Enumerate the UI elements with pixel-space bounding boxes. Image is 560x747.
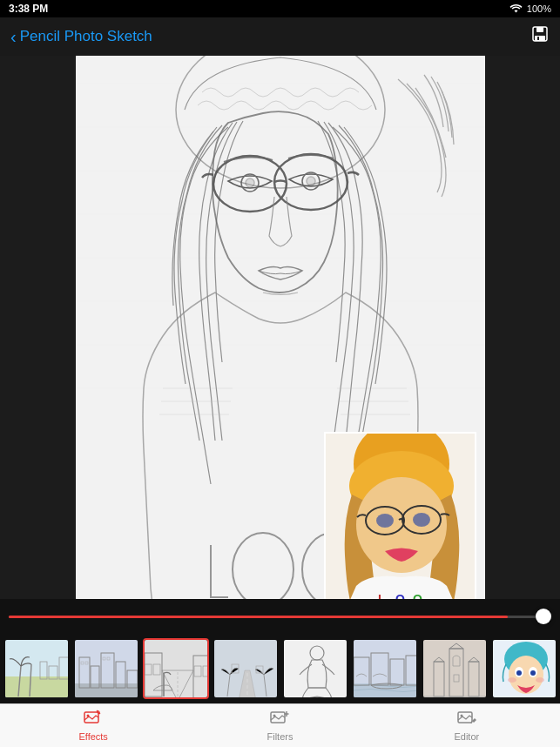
slider-track[interactable]	[9, 616, 551, 618]
slider-area[interactable]	[0, 599, 560, 634]
svg-rect-47	[75, 683, 139, 699]
svg-point-19	[307, 177, 315, 185]
wifi-icon	[509, 3, 523, 15]
svg-rect-1	[536, 27, 543, 32]
svg-rect-40	[5, 676, 70, 699]
chevron-left-icon: ‹	[10, 28, 17, 45]
battery-icon: 100%	[527, 3, 551, 14]
editor-icon	[457, 710, 476, 730]
slider-thumb[interactable]	[536, 609, 551, 624]
thumb-fashion[interactable]	[282, 638, 348, 699]
svg-rect-72	[284, 640, 348, 699]
status-icons: 100%	[509, 3, 551, 15]
svg-point-95	[530, 670, 536, 676]
filters-icon	[270, 710, 289, 730]
svg-rect-3	[537, 37, 539, 40]
thumb-venice[interactable]	[352, 638, 418, 699]
editor-label: Editor	[454, 731, 479, 742]
filters-label: Filters	[267, 731, 293, 742]
thumb-beach[interactable]	[3, 638, 70, 699]
thumb-road[interactable]	[213, 638, 279, 699]
svg-point-35	[413, 513, 430, 527]
save-button[interactable]	[530, 24, 550, 49]
tab-filters[interactable]: Filters	[186, 704, 373, 747]
svg-text:L: L	[378, 592, 386, 599]
main-canvas: L O O	[0, 56, 560, 599]
thumb-cartoon[interactable]	[491, 638, 557, 699]
thumbnails-strip[interactable]	[0, 634, 560, 703]
svg-rect-104	[458, 712, 472, 723]
sketch-container[interactable]: L O O	[76, 56, 485, 599]
tab-effects[interactable]: Effects	[0, 704, 186, 747]
slider-fill	[9, 616, 508, 618]
svg-rect-98	[84, 712, 98, 723]
svg-text:O: O	[413, 592, 422, 599]
nav-bar: ‹ Pencil Photo Sketch	[0, 17, 560, 56]
status-time: 3:38 PM	[9, 3, 48, 15]
tab-editor[interactable]: Editor	[374, 704, 560, 747]
svg-point-34	[376, 514, 394, 528]
status-bar: 3:38 PM 100%	[0, 0, 560, 17]
svg-point-17	[246, 178, 254, 187]
effects-label: Effects	[78, 731, 107, 742]
svg-point-96	[508, 677, 516, 683]
thumb-street[interactable]	[143, 638, 209, 699]
effects-icon	[84, 710, 103, 730]
back-button[interactable]: ‹ Pencil Photo Sketch	[10, 28, 152, 45]
svg-rect-100	[271, 712, 285, 723]
sketch-image: L O O	[76, 56, 485, 599]
tab-bar: Effects Filters Editor	[0, 703, 560, 747]
original-photo-thumb: L O O	[324, 432, 476, 599]
svg-point-97	[536, 677, 544, 683]
svg-point-94	[516, 670, 522, 676]
thumb-city1[interactable]	[73, 638, 139, 699]
nav-title: Pencil Photo Sketch	[20, 28, 152, 45]
svg-line-106	[471, 721, 472, 723]
svg-rect-2	[535, 36, 545, 41]
thumb-castle[interactable]	[422, 638, 488, 699]
svg-text:O: O	[395, 592, 405, 599]
